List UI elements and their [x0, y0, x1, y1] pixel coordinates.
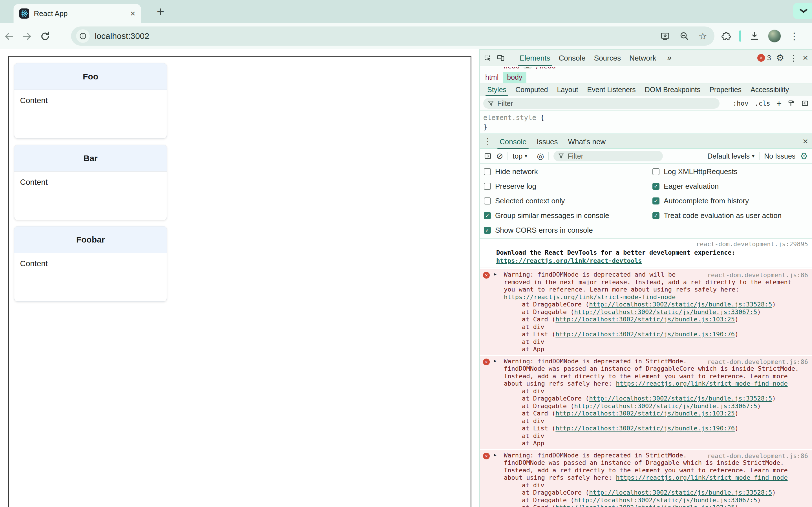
toggle-classes-button[interactable]: .cls — [755, 100, 770, 107]
expand-triangle-icon[interactable]: ▶ — [494, 452, 497, 457]
checkbox-checked-icon[interactable]: ✓ — [484, 227, 491, 234]
console-setting-selected-context-only[interactable]: Selected context only — [484, 197, 609, 205]
devtools-settings-icon[interactable]: ⚙ — [776, 52, 784, 63]
devtools-menu-icon[interactable]: ⋮ — [789, 53, 798, 63]
source-location-link[interactable]: react-dom.development.js:86 — [707, 358, 808, 365]
install-screencast-icon[interactable] — [660, 31, 670, 41]
console-link[interactable]: http://localhost:3002/static/js/bundle.j… — [555, 504, 735, 507]
console-setting-show-cors-errors-in-console[interactable]: ✓Show CORS errors in console — [484, 226, 609, 234]
source-location-link[interactable]: react-dom.development.js:86 — [707, 452, 808, 459]
url-text[interactable]: localhost:3002 — [95, 31, 660, 41]
log-levels-dropdown[interactable]: Default levels ▾ — [707, 152, 755, 160]
console-setting-preserve-log[interactable]: Preserve log — [484, 182, 609, 190]
console-link[interactable]: https://reactjs.org/link/strict-mode-fin… — [504, 293, 675, 300]
console-link[interactable]: https://reactjs.org/link/react-devtools — [496, 257, 642, 264]
console-link[interactable]: http://localhost:3002/static/js/bundle.j… — [574, 402, 757, 409]
browser-tab[interactable]: React App × — [13, 4, 141, 23]
console-setting-eager-evaluation[interactable]: ✓Eager evaluation — [652, 182, 781, 190]
styles-filter-input[interactable]: Filter — [483, 98, 719, 109]
console-filter-input[interactable]: Filter — [553, 151, 663, 161]
subtab-dom-breakpoints[interactable]: DOM Breakpoints — [640, 83, 705, 96]
inspect-element-icon[interactable] — [484, 54, 492, 62]
subtab-layout[interactable]: Layout — [552, 83, 582, 96]
console-link[interactable]: http://localhost:3002/static/js/bundle.j… — [589, 489, 772, 496]
checkbox-unchecked-icon[interactable] — [484, 168, 491, 175]
new-style-rule-button[interactable]: + — [776, 99, 781, 108]
checkbox-checked-icon[interactable]: ✓ — [484, 212, 491, 219]
devtools-tab-elements[interactable]: Elements — [515, 50, 554, 66]
zoom-out-icon[interactable] — [679, 31, 689, 41]
breadcrumb-item-html[interactable]: html — [481, 72, 503, 83]
devtools-close-icon[interactable]: × — [803, 53, 808, 63]
checkbox-checked-icon[interactable]: ✓ — [652, 198, 659, 205]
subtab-styles[interactable]: Styles — [483, 83, 511, 96]
devtools-tab-console[interactable]: Console — [554, 50, 590, 66]
checkbox-checked-icon[interactable]: ✓ — [652, 183, 659, 190]
console-setting-log-xmlhttprequests[interactable]: Log XMLHttpRequests — [652, 168, 781, 175]
console-link[interactable]: http://localhost:3002/static/js/bundle.j… — [555, 316, 735, 323]
drawer-tab-issues[interactable]: Issues — [531, 134, 563, 149]
console-link[interactable]: http://localhost:3002/static/js/bundle.j… — [574, 497, 757, 504]
subtab-properties[interactable]: Properties — [705, 83, 746, 96]
drawer-menu-icon[interactable]: ⋮ — [484, 136, 492, 146]
console-setting-group-similar-messages-in-console[interactable]: ✓Group similar messages in console — [484, 212, 609, 219]
console-sidebar-icon[interactable] — [484, 152, 492, 160]
console-link[interactable]: http://localhost:3002/static/js/bundle.j… — [589, 395, 772, 402]
card-bar[interactable]: BarContent — [14, 145, 167, 220]
checkbox-checked-icon[interactable]: ✓ — [652, 212, 659, 219]
console-settings-icon[interactable]: ⚙ — [800, 151, 808, 161]
url-bar[interactable]: localhost:3002 ☆ — [71, 26, 714, 46]
console-setting-treat-code-evaluation-as-user-action[interactable]: ✓Treat code evaluation as user action — [652, 212, 781, 219]
console-link[interactable]: https://reactjs.org/link/strict-mode-fin… — [616, 380, 788, 387]
console-link[interactable]: http://localhost:3002/static/js/bundle.j… — [555, 425, 735, 432]
console-link[interactable]: http://localhost:3002/static/js/bundle.j… — [589, 301, 772, 308]
console-link[interactable]: http://localhost:3002/static/js/bundle.j… — [555, 410, 735, 417]
subtab-computed[interactable]: Computed — [511, 83, 552, 96]
drawer-tab-what-s-new[interactable]: What's new — [563, 134, 611, 149]
drawer-close-icon[interactable]: × — [803, 136, 808, 147]
forward-button[interactable] — [18, 31, 36, 42]
subtab-event-listeners[interactable]: Event Listeners — [583, 83, 640, 96]
checkbox-unchecked-icon[interactable] — [484, 183, 491, 190]
reload-button[interactable] — [36, 31, 54, 42]
error-count-badge[interactable]: × 3 — [757, 54, 771, 62]
source-location-link[interactable]: react-dom.development.js:86 — [707, 272, 808, 279]
devtools-tab-sources[interactable]: Sources — [590, 50, 625, 66]
browser-menu-icon[interactable]: ⋮ — [790, 31, 799, 42]
more-tabs-icon[interactable]: » — [666, 53, 673, 62]
extensions-puzzle-icon[interactable] — [721, 31, 731, 41]
window-chevron-button[interactable] — [793, 3, 812, 19]
checkbox-unchecked-icon[interactable] — [652, 168, 659, 175]
checkbox-unchecked-icon[interactable] — [484, 198, 491, 205]
card-foobar[interactable]: FoobarContent — [14, 226, 167, 302]
card-foo[interactable]: FooContent — [14, 63, 167, 138]
clear-console-icon[interactable]: ⊘ — [496, 151, 503, 161]
dom-tree-partial-row[interactable]: head … /head — [480, 67, 812, 72]
tab-close-icon[interactable]: × — [130, 9, 135, 18]
source-location-link[interactable]: react-dom.development.js:29895 — [696, 240, 808, 247]
downloads-icon[interactable] — [749, 31, 760, 41]
expand-triangle-icon[interactable]: ▶ — [494, 272, 497, 277]
device-toolbar-icon[interactable] — [497, 54, 505, 62]
profile-avatar[interactable] — [768, 30, 781, 43]
console-setting-hide-network[interactable]: Hide network — [484, 168, 609, 175]
toggle-hover-state-button[interactable]: :hov — [733, 100, 748, 107]
bookmark-star-icon[interactable]: ☆ — [699, 31, 707, 42]
dock-sidebar-icon[interactable] — [801, 100, 809, 107]
rendering-paint-icon[interactable] — [788, 100, 795, 107]
drawer-tab-console[interactable]: Console — [495, 134, 531, 149]
site-info-icon[interactable] — [76, 29, 90, 43]
breadcrumb-item-body[interactable]: body — [503, 72, 526, 83]
expand-triangle-icon[interactable]: ▶ — [494, 358, 497, 363]
console-link[interactable]: https://reactjs.org/link/strict-mode-fin… — [616, 474, 788, 481]
devtools-tab-network[interactable]: Network — [625, 50, 660, 66]
subtab-accessibility[interactable]: Accessibility — [746, 83, 794, 96]
dom-ellipsis-pill[interactable]: … — [523, 67, 532, 69]
context-selector[interactable]: top ▾ — [513, 152, 527, 160]
new-tab-button[interactable]: + — [157, 4, 164, 19]
console-setting-autocomplete-from-history[interactable]: ✓Autocomplete from history — [652, 197, 781, 205]
element-style-block[interactable]: element.style { } — [480, 111, 812, 133]
issues-counter[interactable]: No Issues — [764, 152, 795, 160]
back-button[interactable] — [0, 31, 18, 42]
console-link[interactable]: http://localhost:3002/static/js/bundle.j… — [555, 331, 735, 338]
